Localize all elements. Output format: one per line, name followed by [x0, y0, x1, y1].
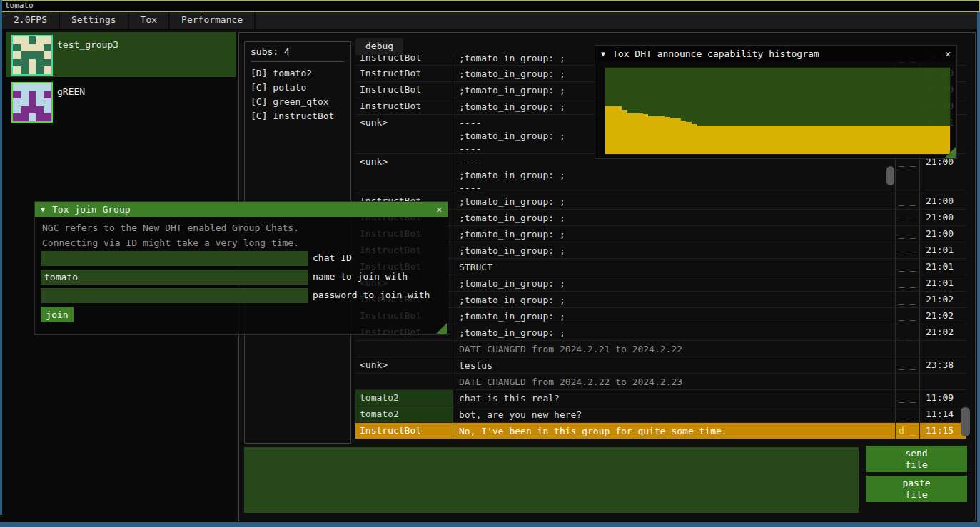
histogram-bar — [767, 126, 772, 154]
send-file-button[interactable]: send file — [866, 446, 967, 472]
histogram-bar — [632, 113, 638, 154]
receipt-status — [896, 341, 920, 357]
histogram-bar — [842, 126, 848, 154]
message-row[interactable]: <unk>---- ;tomato_in_group: ; ----_ _21:… — [355, 154, 966, 193]
message-text: bot, are you new here? — [453, 406, 896, 422]
histogram-bar — [815, 126, 821, 154]
histogram-bar — [772, 126, 778, 154]
message-text: ;tomato_in_group: ; — [453, 275, 896, 291]
join-name-label: name to join with — [313, 271, 408, 282]
timestamp: 21:01 — [920, 259, 966, 275]
group-item-gREEN[interactable]: gREEN — [6, 79, 236, 122]
app-root: tomato 2.0FPSSettingsToxPerformance test… — [0, 0, 980, 527]
receipt-status: _ _ — [896, 357, 920, 373]
histogram-bar — [697, 126, 702, 154]
chat-id-field[interactable] — [41, 251, 308, 266]
join-password-field[interactable] — [41, 288, 308, 303]
histogram-titlebar[interactable]: ▼ Tox DHT announce capability histogram … — [595, 46, 956, 61]
histogram-bar — [686, 122, 692, 154]
histogram-window-title: Tox DHT announce capability histogram — [612, 48, 945, 59]
histogram-bar — [826, 126, 832, 154]
histogram-bar — [880, 126, 886, 154]
dht-capability-histogram-plot — [605, 67, 951, 155]
receipt-status: _ _ — [896, 308, 920, 324]
receipt-status: _ _ — [896, 193, 920, 209]
histogram-bar — [923, 126, 929, 154]
timestamp: 11:14 — [920, 406, 966, 422]
timestamp: 21:01 — [920, 275, 966, 291]
histogram-bar — [670, 118, 676, 154]
join-password-label: password to join with — [313, 290, 430, 300]
collapse-arrow-icon[interactable]: ▼ — [601, 50, 605, 58]
group-name: gREEN — [57, 86, 85, 97]
paste-file-button[interactable]: paste file — [866, 476, 967, 502]
date-changed-row[interactable]: DATE CHANGED from 2024.2.21 to 2024.2.22 — [355, 341, 966, 357]
sender-name: <unk> — [355, 115, 453, 153]
chat-id-label: chat ID — [313, 252, 352, 263]
histogram-bar — [707, 126, 713, 154]
histogram-bar — [713, 126, 719, 154]
menu-item-performance[interactable]: Performance — [170, 12, 256, 29]
message-text: ;tomato_in_group: ; — [453, 292, 896, 307]
sender-name: <unk> — [355, 154, 453, 193]
close-icon[interactable]: ✕ — [945, 48, 951, 59]
fps-counter: 2.0FPS — [2, 12, 60, 29]
histogram-bar — [939, 126, 945, 154]
message-text: ---- ;tomato_in_group: ; ---- — [453, 154, 896, 193]
subs-member[interactable]: [C] potato — [251, 81, 345, 95]
join-name-field[interactable] — [41, 270, 308, 285]
timestamp: 21:02 — [920, 308, 966, 324]
subs-member[interactable]: [C] green_qtox — [251, 95, 345, 109]
close-icon[interactable]: ✕ — [436, 204, 442, 215]
group-item-test_group3[interactable]: test_group3 — [6, 32, 236, 77]
message-text: DATE CHANGED from 2024.2.21 to 2024.2.22 — [453, 341, 896, 357]
histogram-bar — [901, 126, 907, 154]
histogram-bar — [616, 106, 622, 154]
timestamp: 11:15 — [920, 423, 966, 439]
os-titlebar: tomato — [0, 0, 980, 12]
histogram-bar — [654, 116, 660, 154]
ngc-note-line1: NGC refers to the New DHT enabled Group … — [42, 222, 299, 233]
sender-name: InstructBot — [355, 55, 453, 65]
inner-scrollbar-thumb[interactable] — [886, 166, 894, 185]
message-row[interactable]: <unk>testus_ _23:38 — [355, 357, 966, 374]
message-input[interactable] — [244, 447, 859, 513]
receipt-status — [896, 374, 920, 389]
resize-grip-icon[interactable] — [436, 323, 447, 334]
date-changed-row[interactable]: DATE CHANGED from 2024.2.22 to 2024.2.23 — [355, 374, 966, 390]
histogram-bar — [821, 126, 827, 154]
message-text: No, I've been in this group for quite so… — [453, 423, 896, 439]
histogram-bar — [896, 126, 902, 154]
histogram-bar — [934, 126, 939, 154]
collapse-arrow-icon[interactable]: ▼ — [41, 205, 45, 213]
histogram-bar — [702, 126, 708, 154]
histogram-bar — [751, 126, 757, 154]
message-row[interactable]: tomato2bot, are you new here?_ _11:14 — [355, 406, 966, 423]
histogram-bar — [745, 126, 751, 154]
separator — [251, 61, 345, 62]
receipt-status: _ _ — [896, 406, 920, 422]
histogram-bar — [622, 110, 627, 154]
resize-grip-icon[interactable] — [945, 147, 956, 158]
message-row[interactable]: InstructBotNo, I've been in this group f… — [355, 423, 966, 439]
receipt-status: d _ — [896, 423, 920, 439]
subs-member[interactable]: [D] tomato2 — [251, 66, 345, 81]
histogram-bar — [643, 114, 649, 154]
group-name: test_group3 — [57, 39, 118, 50]
histogram-bar — [729, 126, 735, 154]
histogram-bar — [799, 126, 805, 154]
message-scrollbar-thumb[interactable] — [961, 407, 970, 436]
tab-debug[interactable]: debug — [355, 38, 403, 55]
histogram-bar — [648, 116, 654, 154]
subs-member[interactable]: [C] InstructBot — [251, 109, 345, 123]
join-button[interactable]: join — [41, 307, 74, 322]
receipt-status: _ _ — [896, 242, 920, 258]
histogram-bar — [848, 126, 854, 154]
menu-item-tox[interactable]: Tox — [129, 12, 170, 29]
histogram-bar — [718, 126, 724, 154]
menu-item-settings[interactable]: Settings — [60, 12, 129, 29]
histogram-bar — [929, 126, 934, 154]
message-row[interactable]: tomato2chat is this real?_ _11:09 — [355, 390, 966, 406]
histogram-bar — [810, 126, 816, 154]
join-group-titlebar[interactable]: ▼ Tox join Group ✕ — [35, 202, 448, 217]
